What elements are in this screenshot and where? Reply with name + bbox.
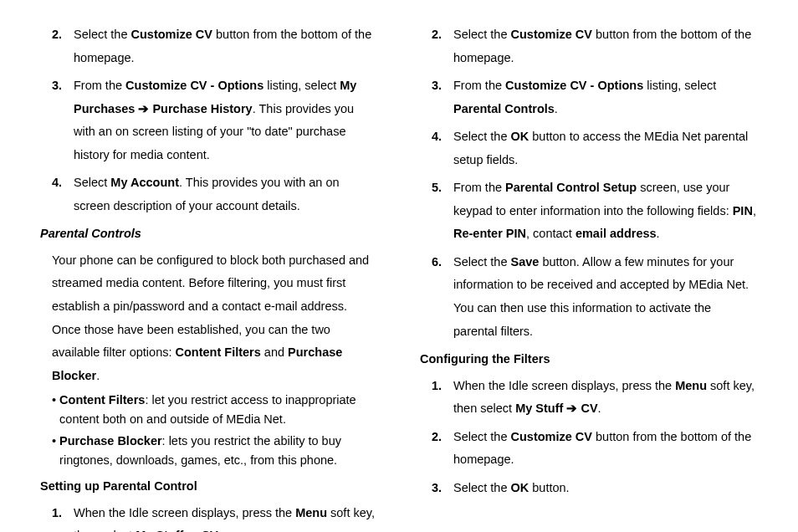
list-number: 2.	[420, 23, 453, 69]
left-list-b: 1.When the Idle screen displays, press t…	[40, 502, 378, 533]
bullet-item: •Purchase Blocker: lets you restrict the…	[52, 432, 378, 470]
list-number: 3.	[420, 477, 453, 500]
list-number: 2.	[40, 23, 74, 69]
left-list-a: 2.Select the Customize CV button from th…	[40, 23, 378, 217]
right-list-a: 2.Select the Customize CV button from th…	[420, 23, 758, 343]
list-content: When the Idle screen displays, press the…	[74, 502, 378, 533]
heading-configuring-filters: Configuring the Filters	[420, 348, 758, 371]
left-column: 2.Select the Customize CV button from th…	[40, 23, 378, 532]
list-content: When the Idle screen displays, press the…	[453, 375, 758, 421]
list-content: Select the Save button. Allow a few minu…	[453, 251, 758, 343]
right-column: 2.Select the Customize CV button from th…	[420, 23, 758, 532]
heading-parental-controls: Parental Controls	[40, 223, 378, 246]
list-content: Select My Account. This provides you wit…	[74, 171, 378, 217]
list-number: 1.	[420, 375, 453, 421]
list-item: 4.Select My Account. This provides you w…	[40, 171, 378, 217]
list-item: 2.Select the Customize CV button from th…	[40, 23, 378, 69]
list-number: 4.	[420, 125, 453, 171]
list-item: 4.Select the OK button to access the MEd…	[420, 125, 758, 171]
list-item: 1.When the Idle screen displays, press t…	[420, 375, 758, 421]
list-item: 2.Select the Customize CV button from th…	[420, 426, 758, 472]
list-number: 4.	[40, 171, 74, 217]
list-content: From the Parental Control Setup screen, …	[453, 176, 758, 246]
list-content: Select the Customize CV button from the …	[453, 23, 758, 69]
list-number: 6.	[420, 251, 453, 343]
list-content: From the Customize CV - Options listing,…	[453, 74, 758, 120]
list-number: 3.	[40, 74, 74, 166]
list-item: 3.From the Customize CV - Options listin…	[420, 74, 758, 120]
heading-setting-up: Setting up Parental Control	[40, 475, 378, 499]
list-number: 5.	[420, 176, 453, 246]
list-item: 3.From the Customize CV - Options listin…	[40, 74, 378, 166]
list-number: 3.	[420, 74, 453, 120]
list-item: 6.Select the Save button. Allow a few mi…	[420, 251, 758, 343]
parental-controls-paragraph: Your phone can be configured to block bo…	[52, 249, 378, 387]
list-content: Select the OK button.	[453, 477, 758, 500]
list-item: 3.Select the OK button.	[420, 477, 758, 500]
list-content: Select the OK button to access the MEdia…	[453, 125, 758, 171]
list-content: From the Customize CV - Options listing,…	[74, 74, 378, 166]
bullet-content: Purchase Blocker: lets you restrict the …	[59, 432, 378, 470]
list-item: 5.From the Parental Control Setup screen…	[420, 176, 758, 246]
list-item: 2.Select the Customize CV button from th…	[420, 23, 758, 69]
list-number: 1.	[40, 502, 74, 533]
bullet-dot: •	[52, 391, 59, 429]
left-bullets: •Content Filters: let you restrict acces…	[52, 391, 378, 470]
list-number: 2.	[420, 426, 453, 472]
list-content: Select the Customize CV button from the …	[74, 23, 378, 69]
bullet-dot: •	[52, 432, 59, 470]
list-content: Select the Customize CV button from the …	[453, 426, 758, 472]
two-column-layout: 2.Select the Customize CV button from th…	[40, 23, 758, 532]
right-list-b: 1.When the Idle screen displays, press t…	[420, 375, 758, 500]
list-item: 1.When the Idle screen displays, press t…	[40, 502, 378, 533]
bullet-item: •Content Filters: let you restrict acces…	[52, 391, 378, 429]
bullet-content: Content Filters: let you restrict access…	[59, 391, 378, 429]
